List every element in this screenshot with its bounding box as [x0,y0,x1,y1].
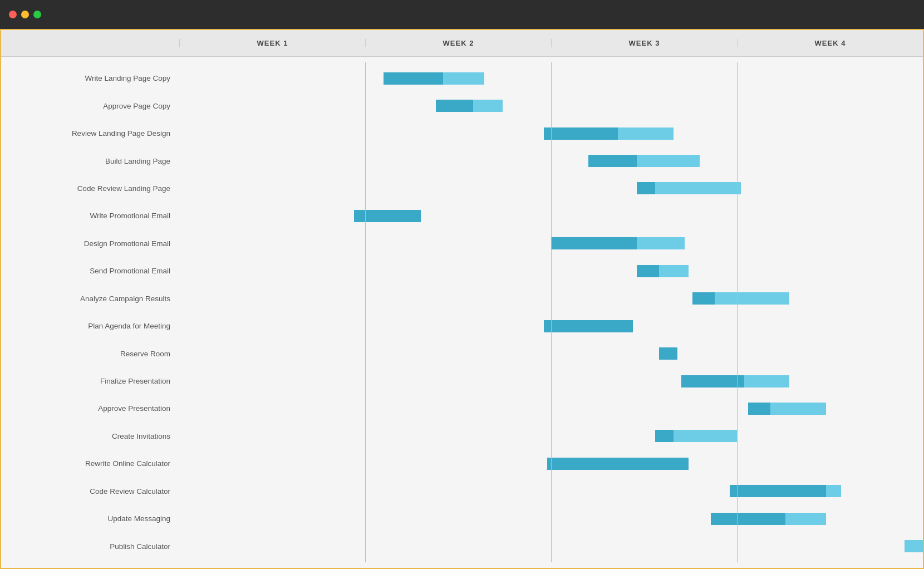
gantt-grid [179,62,923,562]
gantt-bar-dark [547,458,689,470]
gantt-bar [354,210,421,222]
gantt-bar-light [826,485,841,497]
task-labels: Write Landing Page CopyApprove Page Copy… [1,62,179,562]
fullscreen-button[interactable] [33,11,41,18]
gantt-bar [637,182,741,194]
gantt-bar-light [655,182,741,194]
gantt-bar-light [674,430,737,442]
week4-header: WEEK 4 [737,39,923,47]
task-label: Design Promotional Email [1,232,179,254]
titlebar [0,0,924,29]
task-label: Approve Presentation [1,398,179,420]
gantt-bar [730,485,841,497]
gantt-bar-dark [730,485,827,497]
gantt-bar-light [659,265,689,277]
gantt-bar-dark [637,182,655,194]
gantt-bar-light [905,540,923,552]
gantt-bar-dark [551,237,637,249]
week-divider [551,62,552,562]
gantt-bar-dark [544,127,618,140]
gantt-bar-dark [354,210,421,222]
week-divider [365,62,366,562]
gantt-bar-dark [588,155,637,167]
main-container: WEEK 1 WEEK 2 WEEK 3 WEEK 4 Write Landin… [0,29,924,569]
task-label: Analyze Campaign Results [1,287,179,310]
gantt-bar-light [785,513,826,525]
gantt-bar-dark [711,513,785,525]
gantt-bar [681,375,789,387]
minimize-button[interactable] [21,11,29,18]
gantt-bar [692,292,789,305]
task-label: Reserve Room [1,342,179,365]
gantt-bar [711,513,826,525]
gantt-bar [384,72,484,85]
gantt-bar-dark [655,430,674,442]
gantt-bar-light [473,100,503,112]
gantt-bar-light [770,403,826,415]
chart-area: Write Landing Page CopyApprove Page Copy… [1,57,923,568]
task-label: Code Review Calculator [1,480,179,502]
gantt-bar-dark [692,292,715,305]
task-label: Code Review Landing Page [1,177,179,199]
week3-header: WEEK 3 [551,39,737,47]
gantt-bar-dark [659,347,677,360]
close-button[interactable] [9,11,17,18]
task-label: Review Landing Page Design [1,122,179,145]
week1-header: WEEK 1 [179,39,365,47]
gantt-bar [544,320,633,332]
gantt-bar [544,127,674,140]
gantt-bar [588,155,700,167]
gantt-bar-light [618,127,674,140]
task-label: Publish Calculator [1,535,179,557]
task-label: Update Messaging [1,508,179,530]
gantt-bar-dark [637,265,659,277]
gantt-bar [436,100,503,112]
gantt-bar-dark [544,320,633,332]
gantt-bar-dark [681,375,745,387]
task-label: Write Landing Page Copy [1,67,179,90]
gantt-bar-dark [436,100,473,112]
weeks-header: WEEK 1 WEEK 2 WEEK 3 WEEK 4 [179,39,923,47]
task-label: Plan Agenda for Meeting [1,315,179,337]
week-header-row: WEEK 1 WEEK 2 WEEK 3 WEEK 4 [1,30,923,57]
task-label: Approve Page Copy [1,95,179,117]
gantt-bar [655,430,737,442]
gantt-bar [659,347,677,360]
week-divider [737,62,738,562]
gantt-bar-light [744,375,789,387]
gantt-bar-dark [384,72,443,85]
task-label: Write Promotional Email [1,205,179,227]
gantt-bar [748,403,826,415]
gantt-bar [547,458,689,470]
gantt-bar-light [443,72,484,85]
gantt-bar [905,540,923,552]
task-label: Rewrite Online Calculator [1,453,179,475]
week2-header: WEEK 2 [365,39,551,47]
gantt-bar [637,265,689,277]
gantt-bar-dark [748,403,770,415]
gantt-bar-light [715,292,789,305]
gantt-bar [551,237,685,249]
gantt-bar-light [637,237,685,249]
task-label: Finalize Presentation [1,370,179,393]
task-label: Create Invitations [1,425,179,447]
gantt-bar-light [637,155,700,167]
task-label: Build Landing Page [1,150,179,172]
task-label: Send Promotional Email [1,260,179,282]
